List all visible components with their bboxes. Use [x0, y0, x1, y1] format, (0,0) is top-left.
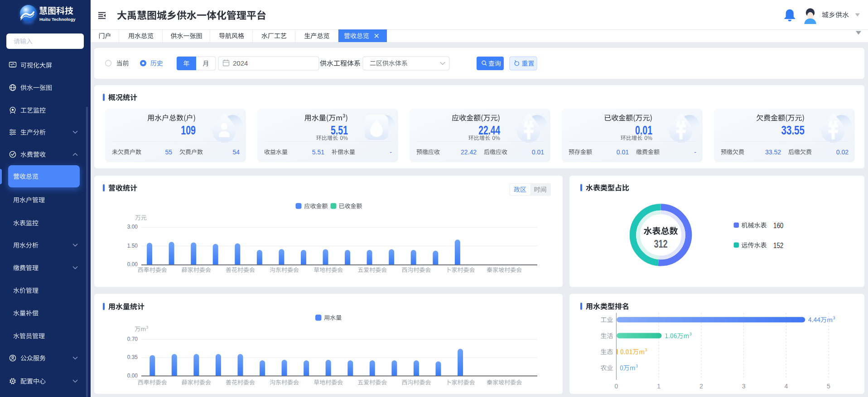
svg-text:0.70: 0.70 [127, 336, 138, 342]
svg-text:3: 3 [742, 383, 746, 390]
svg-text:2: 2 [699, 383, 703, 390]
svg-text:312: 312 [654, 238, 668, 250]
svg-text:5: 5 [827, 383, 830, 390]
svg-text:0.01: 0.01 [617, 148, 629, 156]
svg-text:33.55: 33.55 [781, 124, 805, 137]
svg-text:0.02: 0.02 [836, 148, 849, 156]
svg-text:0.35: 0.35 [127, 354, 138, 360]
svg-text:0.00: 0.00 [127, 373, 138, 379]
svg-text:0.01: 0.01 [532, 148, 544, 156]
svg-text:3.00: 3.00 [127, 224, 138, 230]
svg-text:4: 4 [784, 383, 788, 390]
svg-text:0.00: 0.00 [127, 261, 138, 268]
svg-text:0: 0 [615, 383, 618, 390]
svg-text:152: 152 [773, 241, 783, 250]
svg-text:1: 1 [657, 383, 661, 390]
svg-text:2024: 2024 [233, 59, 248, 67]
svg-text:109: 109 [181, 124, 196, 137]
svg-text:160: 160 [773, 221, 783, 230]
svg-text:55: 55 [165, 148, 172, 156]
svg-text:5.51: 5.51 [312, 148, 324, 156]
svg-text:Huitu Technology: Huitu Technology [39, 17, 76, 22]
svg-text:33.52: 33.52 [765, 148, 781, 156]
svg-text:-: - [694, 148, 696, 156]
svg-text:-: - [390, 148, 392, 156]
svg-text:1.50: 1.50 [127, 243, 138, 249]
svg-text:54: 54 [232, 148, 240, 156]
svg-text:5.51: 5.51 [331, 124, 348, 137]
svg-text:22.44: 22.44 [478, 124, 500, 137]
svg-text:22.42: 22.42 [461, 148, 477, 156]
svg-text:0.01: 0.01 [635, 124, 652, 137]
